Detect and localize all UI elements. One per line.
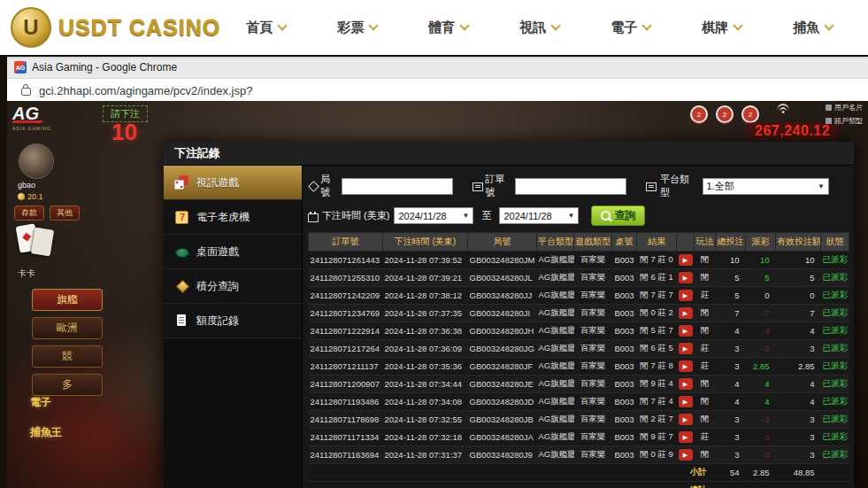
nav-item[interactable]: 視訊 (494, 19, 585, 36)
result-cell: 閒 0 莊 2 (637, 305, 677, 322)
platform-cell: AG旗艦廳 (537, 340, 574, 358)
quick-button[interactable]: 存款 (14, 205, 44, 221)
nav-item[interactable]: 電子 (585, 19, 676, 36)
logo-coin-icon: U (11, 7, 51, 48)
game-type-cell: 百家樂 (574, 429, 612, 446)
status-cell: 已派彩 (821, 376, 849, 393)
menu-item[interactable]: 額度記錄 (164, 304, 302, 338)
user-panel-item[interactable]: 賬戶類型 (826, 116, 863, 126)
user-panel: 用戶名片賬戶類型 (826, 103, 863, 126)
replay-button[interactable]: ▶ (679, 254, 693, 266)
lobby-bottom-item[interactable]: 捕魚王 (30, 425, 62, 440)
menu-item-label: 桌面遊戲 (196, 244, 239, 259)
game-type-cell: 百家樂 (574, 446, 612, 464)
platform-cell: AG旗艦廳 (537, 446, 574, 464)
date-from-value: 2024/11/28 (398, 211, 446, 221)
quick-button[interactable]: 其他 (50, 205, 80, 221)
game-type-cell: 百家樂 (574, 340, 612, 358)
time-cell: 2024-11-28 07:37:35 (383, 305, 468, 322)
date-to-picker[interactable]: 2024/11/28 ▼ (499, 207, 579, 224)
panel-icon (826, 118, 832, 124)
replay-button[interactable]: ▶ (679, 307, 693, 319)
browser-window: AG Asia Gaming - Google Chrome gci.2hhap… (7, 57, 868, 488)
column-header: 平台類型 (537, 233, 574, 252)
menu-item[interactable]: 電子老虎機 (164, 200, 302, 235)
platform-select[interactable]: 1.全部 ▼ (703, 178, 829, 195)
url-text[interactable]: gci.2hhapi.com/agingame/pcv2/index.jsp? (39, 84, 252, 97)
replay-cell: ▶ (677, 269, 695, 287)
nav-item[interactable]: 體育 (403, 19, 494, 36)
total-bet-cell: 3 (716, 429, 746, 446)
avatar[interactable] (19, 143, 54, 179)
result-cell: 閒 9 莊 4 (637, 376, 677, 393)
play-type-cell: 莊 (695, 429, 716, 446)
lobby-tab[interactable]: 旗艦 (32, 289, 103, 311)
diamond-icon (174, 279, 189, 293)
payout-cell: 0 (746, 287, 776, 305)
replay-button[interactable]: ▶ (679, 290, 693, 301)
play-type-cell: 閒 (695, 322, 716, 340)
platform-cell: AG旗艦廳 (537, 358, 574, 376)
payout-cell: -7 (746, 305, 776, 322)
date-to-value: 2024/11/28 (503, 211, 551, 221)
menu-item[interactable]: 積分查詢 (164, 269, 302, 304)
chevron-down-icon (551, 20, 561, 30)
replay-button[interactable]: ▶ (679, 414, 693, 425)
table-no-cell: B003 (612, 269, 637, 287)
dice-icon (174, 175, 189, 190)
date-from-picker[interactable]: 2024/11/28 ▼ (394, 207, 473, 224)
total-bet-cell: 4 (716, 393, 746, 411)
lobby-tabs: 旗艦歐洲競多 (32, 289, 103, 396)
play-type-cell: 閒 (695, 252, 716, 269)
round-input[interactable] (342, 178, 453, 195)
replay-button[interactable]: ▶ (679, 396, 693, 407)
nav-item[interactable]: 首頁 (220, 19, 311, 36)
column-header: 遊戲類型 (574, 233, 612, 252)
bet-time-label: 下注時間 (美東) (322, 209, 389, 222)
replay-button[interactable]: ▶ (679, 431, 693, 443)
lobby-bottom-item[interactable]: 電子 (30, 395, 62, 410)
browser-urlbar[interactable]: gci.2hhapi.com/agingame/pcv2/index.jsp? (7, 79, 868, 103)
nav-item[interactable]: 捕魚 (767, 19, 858, 36)
replay-button[interactable]: ▶ (679, 449, 693, 461)
play-type-cell: 閒 (695, 393, 716, 411)
status-cell: 已派彩 (821, 446, 849, 464)
usdt-casino-logo[interactable]: U USDT CASINO (11, 7, 220, 48)
replay-button[interactable]: ▶ (679, 272, 693, 283)
payout-cell: -3 (746, 446, 776, 464)
lobby-tab[interactable]: 競 (32, 345, 103, 368)
replay-cell: ▶ (677, 446, 695, 464)
window-title: Asia Gaming - Google Chrome (32, 61, 177, 74)
payout-cell: -3 (746, 340, 776, 358)
result-cell: 閒 6 莊 5 (637, 340, 677, 358)
balance-display: 267,240.12 (747, 122, 838, 140)
chevron-down-icon (460, 20, 470, 30)
column-header: 結果 (637, 233, 677, 252)
order-input[interactable] (515, 178, 626, 195)
panel-label: 賬戶類型 (834, 116, 863, 126)
search-button[interactable]: 查詢 (591, 205, 645, 226)
replay-button[interactable]: ▶ (679, 378, 693, 390)
menu-item[interactable]: 視訊遊戲 (164, 166, 302, 200)
table-no-cell: B003 (612, 322, 637, 340)
replay-cell: ▶ (677, 358, 695, 376)
result-cell: 閒 2 莊 7 (637, 411, 677, 429)
replay-button[interactable]: ▶ (679, 325, 693, 337)
nav-item[interactable]: 棋牌 (676, 19, 767, 36)
browser-titlebar: AG Asia Gaming - Google Chrome (7, 57, 868, 79)
menu-item[interactable]: 桌面遊戲 (164, 235, 302, 269)
lobby-tab[interactable]: 多 (32, 374, 103, 396)
platform-cell: AG旗艦廳 (537, 322, 574, 340)
filter-row-1: 局號 訂單號 平台類型 1.全部 (308, 173, 849, 199)
site-header: U USDT CASINO 首頁彩票體育視訊電子棋牌捕魚 (0, 0, 868, 55)
payout-cell: 4 (746, 393, 776, 411)
nav-item[interactable]: 彩票 (311, 19, 403, 36)
main-nav: 首頁彩票體育視訊電子棋牌捕魚 (220, 19, 858, 36)
user-panel-item[interactable]: 用戶名片 (826, 103, 863, 112)
lobby-tab[interactable]: 歐洲 (32, 317, 103, 339)
column-header: 有效投注額 (776, 233, 821, 252)
replay-button[interactable]: ▶ (679, 360, 693, 372)
lock-icon[interactable] (21, 88, 31, 96)
panel-icon (826, 105, 832, 111)
replay-button[interactable]: ▶ (679, 343, 693, 354)
